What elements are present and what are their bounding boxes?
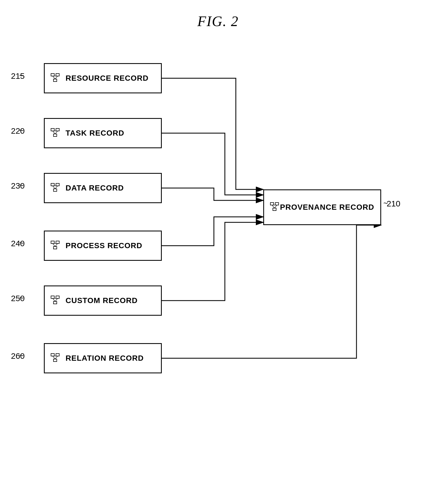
provenance-record-box: PROVENANCE RECORD (263, 189, 381, 225)
resource-record-label: RESOURCE RECORD (66, 74, 149, 83)
svg-rect-33 (53, 359, 57, 362)
process-record-label: PROCESS RECORD (66, 241, 142, 250)
svg-rect-7 (51, 128, 54, 131)
data-db-icon (50, 182, 61, 194)
task-record-box: TASK RECORD (44, 118, 162, 148)
svg-line-40 (272, 205, 274, 208)
svg-rect-15 (53, 189, 57, 191)
svg-rect-2 (56, 74, 59, 76)
svg-line-35 (55, 356, 58, 359)
svg-rect-20 (56, 241, 59, 243)
relation-record-box: RELATION RECORD (44, 343, 162, 373)
svg-rect-38 (275, 203, 279, 205)
provenance-ref-connector: ~ (383, 199, 388, 208)
svg-rect-14 (56, 183, 59, 186)
relation-db-icon (50, 352, 61, 364)
relation-ref-connector: ~ (19, 351, 24, 360)
svg-line-5 (55, 76, 58, 79)
task-record-label: TASK RECORD (66, 129, 124, 138)
provenance-db-icon (269, 201, 280, 213)
custom-record-box: CUSTOM RECORD (44, 285, 162, 316)
provenance-ref-label: 210 (387, 199, 400, 208)
svg-line-4 (53, 76, 55, 79)
svg-rect-19 (51, 241, 54, 243)
svg-line-22 (53, 243, 55, 247)
svg-line-34 (53, 356, 55, 359)
svg-rect-26 (56, 296, 59, 298)
svg-line-29 (55, 298, 58, 301)
svg-rect-39 (273, 208, 276, 211)
svg-line-10 (53, 131, 55, 134)
resource-ref-connector: ~ (19, 71, 24, 80)
task-db-icon (50, 127, 61, 139)
svg-rect-31 (51, 354, 54, 356)
process-record-box: PROCESS RECORD (44, 231, 162, 261)
svg-line-41 (274, 205, 277, 208)
custom-record-label: CUSTOM RECORD (66, 296, 138, 305)
svg-rect-25 (51, 296, 54, 298)
svg-line-11 (55, 131, 58, 134)
relation-record-label: RELATION RECORD (66, 354, 144, 363)
provenance-record-label: PROVENANCE RECORD (280, 203, 374, 212)
data-ref-connector: ~ (19, 181, 24, 190)
svg-rect-27 (53, 301, 57, 304)
data-record-label: DATA RECORD (66, 184, 124, 192)
svg-line-17 (55, 186, 58, 189)
figure-title: FIG. 2 (197, 13, 239, 29)
svg-line-23 (55, 243, 58, 247)
svg-rect-1 (51, 74, 54, 76)
resource-db-icon (50, 72, 61, 84)
svg-line-28 (53, 298, 55, 301)
task-ref-connector: ~ (19, 126, 24, 135)
custom-db-icon (50, 295, 61, 307)
custom-ref-connector: ~ (19, 294, 24, 303)
svg-line-16 (53, 186, 55, 189)
svg-rect-32 (56, 354, 59, 356)
svg-rect-9 (53, 134, 57, 136)
svg-rect-3 (53, 79, 57, 82)
svg-rect-8 (56, 128, 59, 131)
process-ref-connector: ~ (19, 239, 24, 248)
svg-rect-21 (53, 247, 57, 249)
data-record-box: DATA RECORD (44, 173, 162, 203)
process-db-icon (50, 240, 61, 252)
svg-rect-37 (270, 203, 274, 205)
svg-rect-13 (51, 183, 54, 186)
resource-record-box: RESOURCE RECORD (44, 63, 162, 93)
